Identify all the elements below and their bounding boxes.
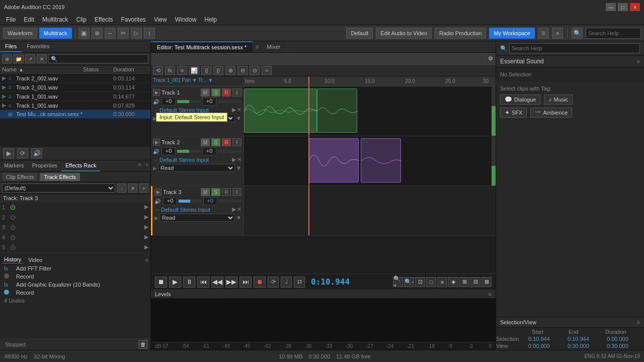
track2-pan-value[interactable]: +0 [202,147,216,155]
effect-slot-1[interactable]: 1 ⏻ ▶ [0,202,150,212]
preset-delete-button[interactable]: ✕ [128,184,137,193]
search-icon[interactable]: 🔍 [572,28,583,39]
track1-solo-button[interactable]: S [211,88,220,97]
tag-dialogue[interactable]: 💬 Dialogue [500,95,540,105]
track3-pan-value[interactable]: +0 [203,197,217,205]
ripple-button[interactable]: ⊙ [250,66,260,75]
loop-button[interactable]: ⟳ [17,148,28,158]
input-fx[interactable]: ✕ [237,107,242,113]
editor-tab-options[interactable]: ≡ [255,43,259,50]
zoom-in-button[interactable]: ⟲ [153,66,163,75]
close-button[interactable]: ✕ [630,3,640,11]
power-icon[interactable]: ⏻ [10,244,18,250]
zoom-extra3[interactable]: ⊞ [459,277,469,287]
lanes-button[interactable]: ≡ [177,66,187,75]
power-icon[interactable]: ⏻ [10,204,18,210]
workspace-options-icon[interactable]: ≡ [538,28,549,39]
track3-record-button[interactable]: R [222,188,231,196]
track1-mute-button[interactable]: M [201,88,210,97]
sel-view-options[interactable]: ≡ [636,319,640,326]
read-down2[interactable]: ▼ [236,165,242,171]
menu-view[interactable]: View [150,15,171,24]
track-effects-tab[interactable]: Track Effects [40,173,80,181]
read-down3[interactable]: ▼ [236,215,242,221]
history-item[interactable]: fx Add FFT Filter [2,264,148,273]
trash-button[interactable]: 🗑 [138,340,147,349]
track3-expand[interactable]: ▶ [154,189,162,196]
track1-record-button[interactable]: R [222,88,231,97]
prev-button[interactable]: ⟨| [201,66,211,75]
tab-mixer[interactable]: Mixer [261,42,287,52]
effect-slot-3[interactable]: 3 ⏻ ▶ [0,222,150,232]
input-fx3[interactable]: ✕ [237,206,242,213]
list-item[interactable]: ▶ ♫ Track 1_001.wav 0:14.677 [0,92,150,101]
track1-pan-value[interactable]: +0 [202,98,216,106]
list-item[interactable]: ▶ ♫ Track 2_002.wav 0:03.114 [0,74,150,83]
track1-pan-slider[interactable] [218,100,242,103]
levels-options[interactable]: ≡ [489,291,492,297]
effects-rack-options[interactable]: ≡ [136,160,143,171]
zoom-fit-icon[interactable]: ⊡ [415,277,425,287]
zoom-extra5[interactable]: ⊠ [481,277,492,287]
preset-select[interactable]: (Default) [2,184,115,193]
power-icon[interactable]: ⏻ [10,234,18,240]
pause-button[interactable]: ⏸ [183,277,195,288]
track2-mute-button[interactable]: M [201,138,210,146]
history-options[interactable]: ≡ [145,257,148,263]
clip-effects-tab[interactable]: Clip Effects [2,173,38,181]
waveform-button[interactable]: Waveform [3,28,37,39]
tag-music[interactable]: ♪ Music [544,95,573,105]
track3-solo-button[interactable]: S [211,188,220,196]
menu-multitrack[interactable]: Multitrack [38,15,72,24]
next-button[interactable]: |⟩ [213,66,223,75]
menu-clip[interactable]: Clip [72,15,91,24]
effect-slot-4[interactable]: 4 ⏻ ▶ [0,232,150,242]
menu-help[interactable]: Help [200,15,221,24]
workspace-expand-icon[interactable]: » [552,28,563,39]
menu-window[interactable]: Window [171,15,201,24]
skip-fwd-button[interactable]: ⏭ [239,277,252,288]
preset-more-button[interactable]: » [139,184,148,193]
list-item[interactable]: ▶ ♫ Track 1_001.wav 0:07.829 [0,101,150,110]
history-item[interactable]: Record [2,289,148,297]
files-search-input[interactable] [48,54,148,63]
tab-files[interactable]: Files [0,41,22,52]
menu-effects[interactable]: Effects [91,15,117,24]
input-expand[interactable]: ▶ [232,107,236,113]
maximize-button[interactable]: □ [618,3,628,11]
time-scroll-bar[interactable] [151,53,485,64]
input-expand3[interactable]: ▶ [232,206,236,213]
track2-pan-slider[interactable] [218,150,242,153]
track2-record-button[interactable]: R [222,138,231,146]
effect-slot-2[interactable]: 2 ⏻ ▶ [0,212,150,222]
track3-input-button[interactable]: I [232,188,242,196]
search-input[interactable] [586,28,641,39]
tag-ambience[interactable]: 〰 Ambience [530,108,572,118]
toolbar-icon-6[interactable]: ↕ [144,28,155,39]
effect-slot-5[interactable]: 5 ⏻ ▶ [0,242,150,252]
zoom-extra1[interactable]: ≡ [437,277,447,287]
track3-mute-button[interactable]: M [201,188,210,196]
tab-video[interactable]: Video [26,256,44,263]
record-button-trans[interactable]: ⏺ [254,277,266,288]
input-expand2[interactable]: ▶ [232,156,236,163]
fast-forward-button[interactable]: ▶▶ [225,277,237,288]
track3-read-select[interactable]: Read [159,214,235,222]
zoom-out-icon[interactable]: 🔍- [404,277,414,287]
track2-input-button[interactable]: I [232,138,242,146]
add-button[interactable]: ⊕ [225,66,235,75]
track2-clip[interactable] [308,138,359,183]
remove-button[interactable]: ⊖ [237,66,248,75]
toolbar-icon-1[interactable]: ▣ [78,28,90,39]
workspace-my[interactable]: My Workspace [489,28,535,39]
track3-vol-value[interactable]: +0 [163,197,177,205]
workspace-radio[interactable]: Radio Production [435,28,486,39]
tab-markers[interactable]: Markers [0,160,28,171]
minimize-button[interactable]: — [606,3,616,11]
toolbar-icon-3[interactable]: ↔ [105,28,116,39]
tab-editor[interactable]: Editor: Test Multitrack session.sesx * [151,41,253,52]
track1-clip2[interactable] [317,88,357,133]
fade-button[interactable]: ≈ [262,66,272,75]
list-item[interactable]: ▶ ♫ Track 2_001.wav 0:03.114 [0,83,150,92]
track3-vol-slider[interactable] [179,200,202,203]
